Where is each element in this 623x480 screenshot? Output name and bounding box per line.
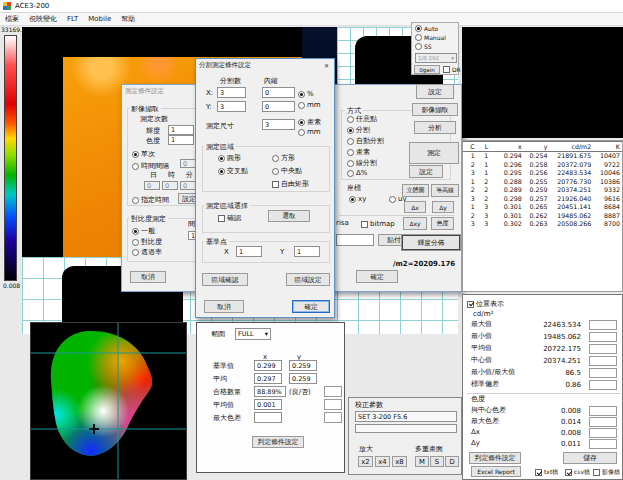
save-button[interactable]: 儲存 (563, 452, 617, 464)
single-radio[interactable]: 單次 (132, 149, 155, 159)
luminance-distribution-button[interactable]: 輝度分佈 (402, 235, 460, 250)
zoom-x8-button[interactable]: x8 (392, 456, 407, 467)
analyze-button[interactable]: 分析 (414, 121, 456, 134)
confirm-checkbox[interactable]: 確認 (218, 213, 241, 223)
area-set-button[interactable]: 區域設定 (286, 273, 330, 286)
square-radio[interactable]: 方形 (272, 153, 295, 163)
menu-item-file[interactable]: 檔案 (5, 14, 19, 24)
csv-file-checkbox[interactable]: csv檔 (565, 468, 590, 477)
pick-button[interactable]: 選取 (268, 210, 310, 222)
x-inner-field[interactable]: 0 (262, 87, 295, 98)
close-icon[interactable]: ✕ (321, 60, 332, 70)
cross-point-radio[interactable]: 交叉點 (218, 166, 248, 176)
average-y-field[interactable]: 0.259 (289, 373, 317, 384)
shutter-select[interactable]: 1/8 292▾ (415, 53, 457, 63)
y-divisions-field[interactable]: 3 (217, 101, 246, 112)
gain-button[interactable]: 0gain (414, 65, 440, 74)
cancel-button[interactable]: 取消 (130, 271, 166, 283)
dr-checkbox[interactable]: DR (443, 66, 461, 73)
delta-y-button[interactable]: Δy (432, 201, 454, 213)
solid-graph-button[interactable]: 立體圖 (402, 184, 429, 197)
mean-field[interactable]: 0.001 (254, 399, 282, 410)
auto-radio[interactable]: Auto (415, 25, 438, 32)
center-point-radio[interactable]: 中央點 (272, 166, 302, 176)
calibration-value-field-2[interactable] (355, 424, 457, 433)
arbitrary-point-radio[interactable]: 任意點 (347, 114, 377, 124)
judge-conditions-button[interactable]: 判定條件設定 (469, 452, 521, 464)
auto-split-radio[interactable]: 自動分割 (347, 136, 384, 146)
table-row[interactable]: 320.2980.25721926.0409616 (463, 195, 622, 204)
paste-field[interactable] (336, 234, 374, 246)
minute-field[interactable]: 0 (180, 181, 196, 190)
chroma-count-field[interactable]: 1 (168, 135, 194, 145)
pixel-radio[interactable]: 畫素 (298, 117, 321, 127)
reference-y-field[interactable]: 0.259 (289, 360, 317, 371)
delta-x-button[interactable]: Δx (404, 201, 426, 213)
average-x-field[interactable]: 0.297 (254, 373, 282, 384)
capture-button[interactable]: 影像擷取 (412, 103, 458, 116)
interval-radio[interactable]: 時間間隔 (132, 161, 169, 171)
menu-item-mobile[interactable]: Mobile (88, 15, 111, 23)
manual-radio[interactable]: Manual (415, 34, 446, 41)
cie-window[interactable] (30, 322, 187, 480)
delta-xy-button[interactable]: Δxy (403, 217, 427, 230)
image-file-checkbox[interactable]: 影像檔 (593, 468, 620, 477)
area-confirm-button[interactable]: 區域確認 (202, 273, 248, 286)
table-row[interactable]: 210.2960.25820372.0799722 (463, 161, 622, 170)
zoom-x2-button[interactable]: x2 (358, 456, 373, 467)
table-row[interactable]: 220.2890.25920374.2519332 (463, 186, 622, 195)
range-select[interactable]: FULL▾ (235, 328, 271, 340)
general-radio[interactable]: 一般 (132, 226, 155, 236)
cancel-button[interactable]: 取消 (204, 300, 244, 313)
contrast-radio[interactable]: 對比度 (132, 237, 162, 247)
bitmap-checkbox[interactable]: bitmap (361, 220, 395, 228)
luminance-count-field[interactable]: 1 (168, 125, 194, 135)
position-display-checkbox[interactable]: 位置表示 (467, 299, 504, 309)
base-x-field[interactable]: 1 (236, 246, 262, 257)
specified-time-radio[interactable]: 指定時間 (132, 195, 169, 205)
set-button[interactable]: 設定 (416, 84, 454, 99)
ss-radio[interactable]: SS (415, 43, 432, 50)
calibration-value-field[interactable]: SET 3-200 F5.6 (355, 411, 457, 422)
method-ok-button[interactable]: 確定 (356, 270, 398, 283)
delta-pct-radio[interactable]: Δ% (347, 169, 367, 177)
interval-field[interactable]: 0 (180, 159, 196, 168)
maxdiff-field[interactable] (254, 412, 282, 423)
size-field[interactable]: 3 (262, 119, 295, 130)
line-split-radio[interactable]: 線分割 (347, 158, 377, 168)
reference-x-field[interactable]: 0.299 (254, 360, 282, 371)
zoom-x4-button[interactable]: x4 (375, 456, 390, 467)
table-row[interactable]: 120.2880.25520776.73010386 (463, 178, 622, 187)
right-preview-image[interactable] (462, 27, 623, 138)
hour-field[interactable]: 0 (162, 181, 178, 190)
base-y-field[interactable]: 1 (294, 246, 320, 257)
multiscreen-d-button[interactable]: D (445, 456, 459, 467)
menu-item-view-change[interactable]: 視映變化 (29, 14, 57, 24)
judge-conditions-button[interactable]: 判定條件設定 (252, 436, 304, 448)
day-field[interactable]: 0 (144, 181, 160, 190)
multiscreen-m-button[interactable]: M (415, 456, 429, 467)
x-divisions-field[interactable]: 3 (217, 87, 246, 98)
mm-radio[interactable]: mm (298, 101, 321, 109)
split-radio[interactable]: 分割 (347, 125, 370, 135)
table-row[interactable]: 130.3010.26520451.1418684 (463, 203, 622, 212)
multiscreen-s-button[interactable]: S (430, 456, 444, 467)
mm2-radio[interactable]: mm (298, 128, 321, 136)
free-rect-checkbox[interactable]: 自由矩形 (272, 179, 309, 189)
percent-radio[interactable]: % (298, 90, 314, 98)
menu-item-help[interactable]: 幫助 (121, 14, 135, 24)
contour-button[interactable]: 等高線 (431, 184, 459, 197)
xy-radio[interactable]: xy (349, 195, 366, 203)
excel-report-button[interactable]: Excel Report (471, 466, 521, 477)
transmittance-radio[interactable]: 透過率 (132, 247, 162, 257)
circle-radio[interactable]: 圓形 (218, 153, 241, 163)
txt-file-checkbox[interactable]: txt檔 (535, 468, 558, 477)
y-inner-field[interactable]: 0 (262, 101, 295, 112)
method-set-button[interactable]: 設定 (409, 165, 443, 178)
ok-button[interactable]: 確定 (292, 300, 330, 313)
table-row[interactable]: 110.2940.25421891.67510407 (463, 152, 622, 161)
pass-field[interactable]: 88.89% (254, 386, 286, 397)
pixel-radio[interactable]: 畫素 (347, 147, 370, 157)
chroma-button[interactable]: 色度 (431, 217, 454, 230)
table-row[interactable]: 230.3010.26219485.0628887 (463, 212, 622, 221)
